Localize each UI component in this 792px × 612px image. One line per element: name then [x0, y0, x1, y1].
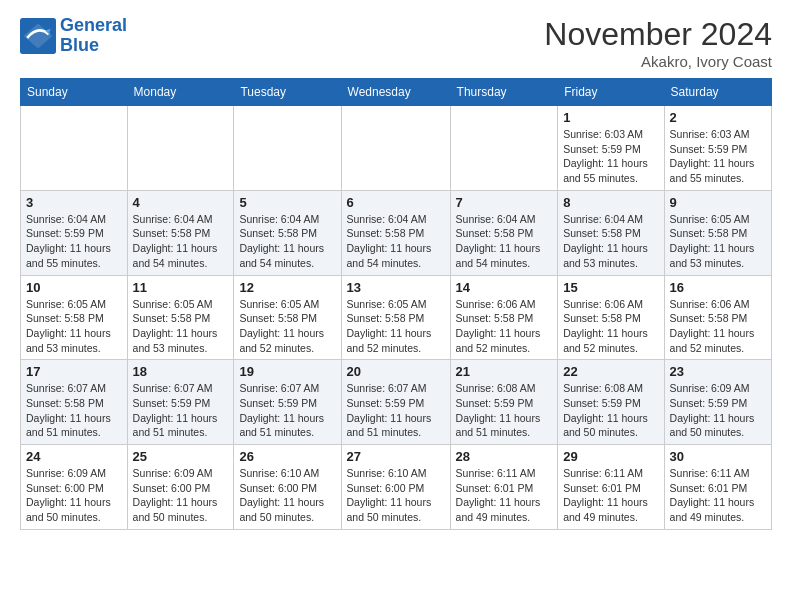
- day-number: 29: [563, 449, 658, 464]
- day-info: Sunrise: 6:10 AM Sunset: 6:00 PM Dayligh…: [347, 466, 445, 525]
- calendar-week-row: 3Sunrise: 6:04 AM Sunset: 5:59 PM Daylig…: [21, 190, 772, 275]
- day-info: Sunrise: 6:04 AM Sunset: 5:58 PM Dayligh…: [347, 212, 445, 271]
- logo: General Blue: [20, 16, 127, 56]
- calendar-week-row: 17Sunrise: 6:07 AM Sunset: 5:58 PM Dayli…: [21, 360, 772, 445]
- logo-blue: Blue: [60, 35, 99, 55]
- day-info: Sunrise: 6:05 AM Sunset: 5:58 PM Dayligh…: [670, 212, 766, 271]
- weekday-header: Sunday: [21, 79, 128, 106]
- day-number: 17: [26, 364, 122, 379]
- day-info: Sunrise: 6:04 AM Sunset: 5:58 PM Dayligh…: [563, 212, 658, 271]
- weekday-header: Saturday: [664, 79, 771, 106]
- day-info: Sunrise: 6:04 AM Sunset: 5:58 PM Dayligh…: [239, 212, 335, 271]
- calendar-cell: 15Sunrise: 6:06 AM Sunset: 5:58 PM Dayli…: [558, 275, 664, 360]
- day-number: 5: [239, 195, 335, 210]
- day-number: 24: [26, 449, 122, 464]
- calendar-cell: 30Sunrise: 6:11 AM Sunset: 6:01 PM Dayli…: [664, 445, 771, 530]
- day-number: 12: [239, 280, 335, 295]
- day-info: Sunrise: 6:08 AM Sunset: 5:59 PM Dayligh…: [456, 381, 553, 440]
- day-info: Sunrise: 6:07 AM Sunset: 5:59 PM Dayligh…: [239, 381, 335, 440]
- calendar-cell: 29Sunrise: 6:11 AM Sunset: 6:01 PM Dayli…: [558, 445, 664, 530]
- header: General Blue November 2024 Akakro, Ivory…: [20, 16, 772, 70]
- day-info: Sunrise: 6:09 AM Sunset: 6:00 PM Dayligh…: [133, 466, 229, 525]
- calendar-week-row: 1Sunrise: 6:03 AM Sunset: 5:59 PM Daylig…: [21, 106, 772, 191]
- calendar-cell: 14Sunrise: 6:06 AM Sunset: 5:58 PM Dayli…: [450, 275, 558, 360]
- day-number: 9: [670, 195, 766, 210]
- calendar-cell: 23Sunrise: 6:09 AM Sunset: 5:59 PM Dayli…: [664, 360, 771, 445]
- logo-icon: [20, 18, 56, 54]
- day-number: 19: [239, 364, 335, 379]
- day-info: Sunrise: 6:11 AM Sunset: 6:01 PM Dayligh…: [456, 466, 553, 525]
- day-number: 23: [670, 364, 766, 379]
- calendar-cell: 7Sunrise: 6:04 AM Sunset: 5:58 PM Daylig…: [450, 190, 558, 275]
- calendar-header-row: SundayMondayTuesdayWednesdayThursdayFrid…: [21, 79, 772, 106]
- day-info: Sunrise: 6:05 AM Sunset: 5:58 PM Dayligh…: [239, 297, 335, 356]
- day-number: 22: [563, 364, 658, 379]
- calendar-cell: [127, 106, 234, 191]
- day-info: Sunrise: 6:03 AM Sunset: 5:59 PM Dayligh…: [563, 127, 658, 186]
- calendar-cell: 2Sunrise: 6:03 AM Sunset: 5:59 PM Daylig…: [664, 106, 771, 191]
- day-number: 7: [456, 195, 553, 210]
- day-info: Sunrise: 6:05 AM Sunset: 5:58 PM Dayligh…: [133, 297, 229, 356]
- month-title: November 2024: [544, 16, 772, 53]
- day-number: 21: [456, 364, 553, 379]
- calendar-cell: 19Sunrise: 6:07 AM Sunset: 5:59 PM Dayli…: [234, 360, 341, 445]
- weekday-header: Friday: [558, 79, 664, 106]
- day-info: Sunrise: 6:06 AM Sunset: 5:58 PM Dayligh…: [563, 297, 658, 356]
- day-info: Sunrise: 6:07 AM Sunset: 5:59 PM Dayligh…: [347, 381, 445, 440]
- calendar: SundayMondayTuesdayWednesdayThursdayFrid…: [20, 78, 772, 530]
- calendar-cell: 16Sunrise: 6:06 AM Sunset: 5:58 PM Dayli…: [664, 275, 771, 360]
- day-info: Sunrise: 6:07 AM Sunset: 5:59 PM Dayligh…: [133, 381, 229, 440]
- day-number: 4: [133, 195, 229, 210]
- logo-text: General Blue: [60, 16, 127, 56]
- day-number: 6: [347, 195, 445, 210]
- day-number: 16: [670, 280, 766, 295]
- day-number: 8: [563, 195, 658, 210]
- day-info: Sunrise: 6:08 AM Sunset: 5:59 PM Dayligh…: [563, 381, 658, 440]
- day-number: 18: [133, 364, 229, 379]
- calendar-cell: 25Sunrise: 6:09 AM Sunset: 6:00 PM Dayli…: [127, 445, 234, 530]
- day-info: Sunrise: 6:06 AM Sunset: 5:58 PM Dayligh…: [456, 297, 553, 356]
- location: Akakro, Ivory Coast: [544, 53, 772, 70]
- day-info: Sunrise: 6:09 AM Sunset: 5:59 PM Dayligh…: [670, 381, 766, 440]
- calendar-week-row: 24Sunrise: 6:09 AM Sunset: 6:00 PM Dayli…: [21, 445, 772, 530]
- calendar-cell: 12Sunrise: 6:05 AM Sunset: 5:58 PM Dayli…: [234, 275, 341, 360]
- day-info: Sunrise: 6:11 AM Sunset: 6:01 PM Dayligh…: [670, 466, 766, 525]
- logo-general: General: [60, 15, 127, 35]
- day-number: 20: [347, 364, 445, 379]
- day-number: 11: [133, 280, 229, 295]
- calendar-cell: 22Sunrise: 6:08 AM Sunset: 5:59 PM Dayli…: [558, 360, 664, 445]
- day-number: 14: [456, 280, 553, 295]
- calendar-cell: 17Sunrise: 6:07 AM Sunset: 5:58 PM Dayli…: [21, 360, 128, 445]
- day-info: Sunrise: 6:09 AM Sunset: 6:00 PM Dayligh…: [26, 466, 122, 525]
- calendar-cell: 9Sunrise: 6:05 AM Sunset: 5:58 PM Daylig…: [664, 190, 771, 275]
- day-number: 25: [133, 449, 229, 464]
- calendar-cell: [21, 106, 128, 191]
- day-number: 1: [563, 110, 658, 125]
- day-number: 15: [563, 280, 658, 295]
- day-info: Sunrise: 6:11 AM Sunset: 6:01 PM Dayligh…: [563, 466, 658, 525]
- day-info: Sunrise: 6:05 AM Sunset: 5:58 PM Dayligh…: [347, 297, 445, 356]
- calendar-cell: 11Sunrise: 6:05 AM Sunset: 5:58 PM Dayli…: [127, 275, 234, 360]
- day-info: Sunrise: 6:06 AM Sunset: 5:58 PM Dayligh…: [670, 297, 766, 356]
- calendar-cell: 20Sunrise: 6:07 AM Sunset: 5:59 PM Dayli…: [341, 360, 450, 445]
- calendar-cell: 28Sunrise: 6:11 AM Sunset: 6:01 PM Dayli…: [450, 445, 558, 530]
- calendar-cell: 10Sunrise: 6:05 AM Sunset: 5:58 PM Dayli…: [21, 275, 128, 360]
- calendar-cell: 26Sunrise: 6:10 AM Sunset: 6:00 PM Dayli…: [234, 445, 341, 530]
- day-number: 30: [670, 449, 766, 464]
- weekday-header: Tuesday: [234, 79, 341, 106]
- calendar-cell: [234, 106, 341, 191]
- day-info: Sunrise: 6:03 AM Sunset: 5:59 PM Dayligh…: [670, 127, 766, 186]
- day-info: Sunrise: 6:04 AM Sunset: 5:59 PM Dayligh…: [26, 212, 122, 271]
- day-number: 10: [26, 280, 122, 295]
- day-info: Sunrise: 6:07 AM Sunset: 5:58 PM Dayligh…: [26, 381, 122, 440]
- day-info: Sunrise: 6:04 AM Sunset: 5:58 PM Dayligh…: [456, 212, 553, 271]
- calendar-cell: [341, 106, 450, 191]
- day-info: Sunrise: 6:05 AM Sunset: 5:58 PM Dayligh…: [26, 297, 122, 356]
- day-number: 26: [239, 449, 335, 464]
- title-block: November 2024 Akakro, Ivory Coast: [544, 16, 772, 70]
- calendar-cell: 4Sunrise: 6:04 AM Sunset: 5:58 PM Daylig…: [127, 190, 234, 275]
- calendar-cell: 18Sunrise: 6:07 AM Sunset: 5:59 PM Dayli…: [127, 360, 234, 445]
- day-number: 2: [670, 110, 766, 125]
- day-info: Sunrise: 6:04 AM Sunset: 5:58 PM Dayligh…: [133, 212, 229, 271]
- calendar-cell: 6Sunrise: 6:04 AM Sunset: 5:58 PM Daylig…: [341, 190, 450, 275]
